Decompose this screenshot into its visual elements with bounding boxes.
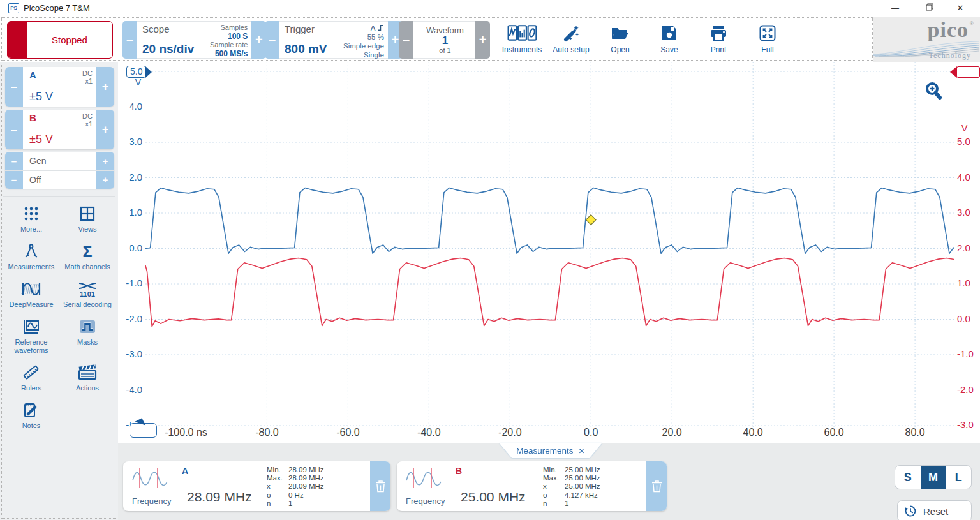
channel-a-increase-button[interactable]: + bbox=[96, 67, 114, 107]
gen-increase-button[interactable]: + bbox=[96, 152, 114, 170]
channel-b-axis-handle[interactable] bbox=[950, 66, 980, 78]
waveform-label: Waveform bbox=[426, 26, 464, 35]
channel-a-settings[interactable]: A DCx1 ±5 V bbox=[23, 67, 96, 107]
zoom-in-icon[interactable] bbox=[924, 81, 943, 101]
x-axis-handle[interactable] bbox=[130, 423, 157, 438]
sidebar-item-serial-decoding[interactable]: 1101Serial decoding bbox=[59, 279, 115, 309]
print-button[interactable]: Print bbox=[695, 21, 742, 59]
channel-a-coupling: DCx1 bbox=[82, 70, 93, 85]
trigger-details[interactable]: A 55 % Simple edge Single bbox=[343, 24, 384, 56]
deepmeasure-icon bbox=[21, 279, 41, 299]
size-small-button[interactable]: S bbox=[895, 466, 921, 489]
x-axis-tick: -80.0 bbox=[255, 427, 278, 438]
left-axis-tick: 3.0 bbox=[129, 136, 142, 147]
stat-row: x̄25.00 MHz bbox=[543, 482, 637, 491]
left-axis-tick: -1.0 bbox=[126, 278, 142, 288]
axis-handle-box bbox=[956, 66, 980, 78]
size-medium-button[interactable]: M bbox=[921, 466, 946, 489]
sidebar-item-rulers[interactable]: Rulers bbox=[3, 363, 59, 392]
auto-setup-button[interactable]: Auto setup bbox=[547, 21, 595, 59]
right-axis: V 5.04.03.02.01.00.0-1.0-2.0-3.0 bbox=[954, 62, 980, 427]
save-icon bbox=[661, 24, 678, 42]
trash-icon bbox=[375, 480, 386, 493]
scope-decrease-button[interactable]: – bbox=[122, 21, 137, 59]
sidebar-item-label: Masks bbox=[77, 338, 98, 346]
gen-decrease-button[interactable]: – bbox=[5, 152, 23, 170]
gen-state-decrease-button[interactable]: – bbox=[5, 171, 23, 189]
masks-icon bbox=[79, 317, 96, 336]
more-dots-icon bbox=[23, 204, 40, 223]
gen-state[interactable]: Off bbox=[23, 171, 96, 189]
sidebar-item-masks[interactable]: Masks bbox=[59, 317, 115, 355]
size-large-button[interactable]: L bbox=[946, 466, 971, 489]
sidebar-divider bbox=[7, 501, 112, 501]
scope-label[interactable]: Scope bbox=[142, 24, 204, 34]
stat-row: Max.28.09 MHz bbox=[267, 474, 361, 482]
waveform-next-button[interactable]: + bbox=[475, 21, 490, 59]
channel-a-axis-handle[interactable]: 5.0 bbox=[126, 66, 152, 78]
stopped-stripe bbox=[8, 22, 27, 58]
trigger-mode: Simple edge bbox=[343, 42, 384, 50]
channel-a-name: A bbox=[29, 70, 36, 80]
channel-b-coupling: DCx1 bbox=[82, 112, 93, 128]
left-axis-unit: V bbox=[135, 77, 141, 87]
save-button[interactable]: Save bbox=[646, 21, 693, 59]
tab-measurements[interactable]: Measurements ✕ bbox=[500, 443, 602, 458]
measurement-card-a[interactable]: A Frequency 28.09 MHz Min.28.09 MHzMax.2… bbox=[123, 461, 390, 511]
sidebar-item-views[interactable]: Views bbox=[59, 204, 115, 234]
ruler-icon bbox=[22, 363, 40, 382]
trigger-level-value[interactable]: 800 mV bbox=[285, 42, 337, 56]
sidebar-item-more[interactable]: More... bbox=[3, 204, 59, 234]
sidebar-item-math-channels[interactable]: ΣMath channels bbox=[59, 242, 115, 271]
sidebar-item-measurements[interactable]: Measurements bbox=[3, 242, 59, 271]
trigger-source: A bbox=[371, 24, 375, 32]
scope-increase-button[interactable]: + bbox=[251, 21, 266, 59]
generator-state-row: – Off + bbox=[5, 170, 114, 189]
x-axis-tick: 0.0 bbox=[584, 427, 598, 438]
sidebar-item-actions[interactable]: Actions bbox=[59, 363, 115, 392]
stat-row: Max.25.00 MHz bbox=[543, 474, 637, 482]
minimize-button[interactable]: — bbox=[880, 0, 910, 17]
open-button[interactable]: Open bbox=[597, 21, 644, 59]
open-folder-icon bbox=[611, 24, 630, 42]
scope-samples-info[interactable]: Samples 100 S Sample rate 500 MS/s bbox=[210, 24, 248, 56]
reset-label: Reset bbox=[923, 506, 948, 517]
card-b-measure-name: Frequency bbox=[406, 496, 445, 506]
trigger-decrease-button[interactable]: – bbox=[265, 21, 279, 59]
trash-icon bbox=[651, 480, 662, 493]
gen-state-increase-button[interactable]: + bbox=[96, 171, 114, 189]
trigger-label[interactable]: Trigger bbox=[285, 24, 337, 34]
sidebar-item-deepmeasure[interactable]: DeepMeasure bbox=[3, 279, 59, 309]
channel-b-name: B bbox=[29, 112, 36, 123]
close-button[interactable]: ✕ bbox=[946, 0, 975, 17]
delete-measurement-a-button[interactable] bbox=[370, 461, 390, 511]
waveform-previous-button[interactable]: – bbox=[399, 21, 413, 59]
channel-b-decrease-button[interactable]: – bbox=[5, 110, 23, 149]
close-measurements-icon[interactable]: ✕ bbox=[579, 447, 585, 456]
left-axis-tick: 1.0 bbox=[129, 207, 142, 218]
waveform-number: 1 bbox=[442, 35, 448, 47]
reset-button[interactable]: Reset bbox=[897, 500, 972, 520]
card-a-value: 28.09 MHz bbox=[187, 489, 252, 505]
sidebar-item-label: Views bbox=[78, 225, 96, 234]
run-stop-button[interactable]: Stopped bbox=[7, 21, 113, 59]
maximize-button[interactable] bbox=[915, 0, 944, 17]
measurement-card-b[interactable]: B Frequency 25.00 MHz Min.25.00 MHzMax.2… bbox=[397, 461, 667, 511]
x-axis-tick: 80.0 bbox=[905, 427, 925, 438]
instruments-button[interactable]: Instruments bbox=[498, 21, 546, 59]
gen-label[interactable]: Gen bbox=[23, 152, 96, 170]
channel-b-settings[interactable]: B DCx1 ±5 V bbox=[23, 110, 96, 149]
fullscreen-icon bbox=[759, 24, 776, 42]
reference-waveforms-icon bbox=[22, 317, 40, 336]
sidebar-item-reference-waveforms[interactable]: Reference waveforms bbox=[3, 317, 59, 355]
timebase-value[interactable]: 20 ns/div bbox=[142, 42, 204, 56]
sidebar-item-label: Actions bbox=[76, 384, 99, 392]
waveform-plot[interactable] bbox=[145, 62, 954, 427]
stat-row: σ0 Hz bbox=[267, 491, 361, 500]
sidebar-item-notes[interactable]: Notes bbox=[3, 401, 59, 430]
channel-b-increase-button[interactable]: + bbox=[96, 110, 114, 149]
delete-measurement-b-button[interactable] bbox=[646, 461, 667, 511]
channel-a-decrease-button[interactable]: – bbox=[5, 67, 23, 107]
sidebar-item-label: Reference waveforms bbox=[5, 338, 57, 355]
full-screen-button[interactable]: Full bbox=[744, 21, 791, 59]
